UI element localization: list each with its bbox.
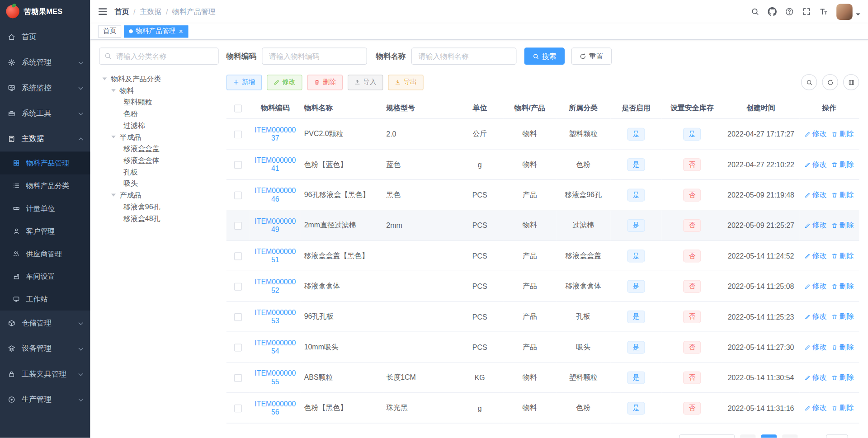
tree-node-leaf[interactable]: 移液盒盒体	[99, 155, 218, 166]
sidebar-item-warehouse-mgmt[interactable]: 仓储管理	[0, 311, 90, 336]
tree-node-leaf[interactable]: 过滤棉	[99, 119, 218, 131]
tree-node-semi-finished[interactable]: 半成品	[99, 131, 218, 143]
page-number-button[interactable]: 1	[761, 434, 777, 438]
user-menu[interactable]	[836, 4, 860, 20]
column-settings-button[interactable]	[843, 74, 859, 90]
add-button[interactable]: 新增	[226, 75, 262, 90]
row-checkbox[interactable]	[234, 222, 242, 230]
item-code-link[interactable]: ITEM00000055	[253, 369, 297, 386]
item-code-link[interactable]: ITEM00000052	[253, 278, 297, 295]
tab-material-product-mgmt[interactable]: 物料产品管理 ×	[124, 25, 188, 38]
sidebar-item-system-mgmt[interactable]: 系统管理	[0, 50, 90, 75]
tree-node-leaf[interactable]: 塑料颗粒	[99, 96, 218, 108]
next-page-button[interactable]	[782, 434, 797, 438]
row-checkbox[interactable]	[234, 344, 242, 351]
item-code-link[interactable]: ITEM00000049	[253, 217, 297, 234]
item-code-link[interactable]: ITEM00000056	[253, 400, 297, 416]
row-edit-link[interactable]: 修改	[805, 190, 827, 200]
select-all-checkbox[interactable]	[234, 104, 242, 112]
row-checkbox[interactable]	[234, 191, 242, 199]
row-delete-link[interactable]: 删除	[832, 372, 854, 382]
row-edit-link[interactable]: 修改	[805, 403, 827, 413]
sidebar-item-equipment-mgmt[interactable]: 设备管理	[0, 336, 90, 361]
item-code-link[interactable]: ITEM00000051	[253, 247, 297, 264]
row-edit-link[interactable]: 修改	[805, 342, 827, 352]
row-checkbox[interactable]	[234, 374, 242, 381]
row-delete-link[interactable]: 删除	[832, 251, 854, 261]
row-edit-link[interactable]: 修改	[805, 160, 827, 170]
row-checkbox[interactable]	[234, 131, 242, 138]
item-code-link[interactable]: ITEM00000053	[253, 308, 297, 325]
sidebar-item-customer-mgmt[interactable]: 客户管理	[0, 220, 90, 242]
sidebar-item-master-data[interactable]: 主数据	[0, 126, 90, 151]
toggle-search-button[interactable]	[801, 74, 817, 90]
sidebar-item-workshop-settings[interactable]: 车间设置	[0, 265, 90, 288]
breadcrumb-master-data[interactable]: 主数据	[140, 7, 161, 17]
tree-node-leaf[interactable]: 移液盒96孔	[99, 201, 218, 212]
row-checkbox[interactable]	[234, 313, 242, 321]
search-button[interactable]: 搜索	[524, 47, 565, 65]
sidebar-item-home[interactable]: 首页	[0, 24, 90, 50]
material-name-input[interactable]	[411, 47, 517, 65]
fullscreen-icon[interactable]	[802, 7, 811, 16]
row-delete-link[interactable]: 删除	[832, 190, 854, 200]
page-size-select[interactable]: 10条/页	[679, 434, 734, 438]
import-button[interactable]: 导入	[348, 75, 383, 90]
row-checkbox[interactable]	[234, 252, 242, 260]
row-delete-link[interactable]: 删除	[832, 342, 854, 352]
material-code-input[interactable]	[262, 47, 367, 65]
sidebar-item-material-product-category[interactable]: 物料产品分类	[0, 174, 90, 197]
caret-down-icon[interactable]	[111, 89, 116, 92]
row-checkbox[interactable]	[234, 161, 242, 169]
caret-down-icon[interactable]	[111, 194, 116, 197]
row-checkbox[interactable]	[234, 405, 242, 412]
github-icon[interactable]	[768, 7, 777, 16]
sidebar-item-unit-of-measure[interactable]: 计量单位	[0, 197, 90, 220]
goto-page-input[interactable]	[826, 434, 848, 438]
user-avatar[interactable]	[836, 4, 853, 20]
close-icon[interactable]: ×	[179, 28, 183, 35]
item-code-link[interactable]: ITEM00000046	[253, 187, 297, 203]
row-delete-link[interactable]: 删除	[832, 160, 854, 170]
tree-node-finished[interactable]: 产成品	[99, 189, 218, 201]
item-code-link[interactable]: ITEM00000041	[253, 156, 297, 173]
sidebar-item-system-monitor[interactable]: 系统监控	[0, 75, 90, 101]
tree-node-leaf[interactable]: 移液盒48孔	[99, 212, 218, 224]
item-code-link[interactable]: ITEM00000037	[253, 126, 297, 142]
caret-down-icon[interactable]	[103, 77, 107, 80]
tree-node-leaf[interactable]: 吸头	[99, 178, 218, 189]
font-size-icon[interactable]	[819, 7, 828, 16]
tree-node-root[interactable]: 物料及产品分类	[99, 73, 218, 85]
edit-button[interactable]: 修改	[267, 75, 302, 90]
reset-button[interactable]: 重置	[571, 47, 612, 65]
tree-node-leaf[interactable]: 孔板	[99, 166, 218, 178]
app-logo[interactable]: 苦糖果MES	[0, 0, 90, 23]
export-button[interactable]: 导出	[388, 75, 423, 90]
sidebar-item-supplier-mgmt[interactable]: 供应商管理	[0, 242, 90, 265]
tree-node-leaf[interactable]: 移液盒盒盖	[99, 143, 218, 155]
row-edit-link[interactable]: 修改	[805, 220, 827, 230]
row-delete-link[interactable]: 删除	[832, 281, 854, 291]
prev-page-button[interactable]	[740, 434, 755, 438]
row-delete-link[interactable]: 删除	[832, 311, 854, 321]
row-delete-link[interactable]: 删除	[832, 220, 854, 230]
row-edit-link[interactable]: 修改	[805, 129, 827, 139]
breadcrumb-home[interactable]: 首页	[114, 7, 129, 17]
row-delete-link[interactable]: 删除	[832, 403, 854, 413]
row-edit-link[interactable]: 修改	[805, 311, 827, 321]
sidebar-item-tooling-fixture-mgmt[interactable]: 工装夹具管理	[0, 362, 90, 387]
caret-down-icon[interactable]	[111, 136, 116, 138]
row-edit-link[interactable]: 修改	[805, 281, 827, 291]
help-icon[interactable]	[785, 7, 794, 16]
row-checkbox[interactable]	[234, 283, 242, 290]
category-search-input[interactable]	[99, 47, 218, 65]
row-edit-link[interactable]: 修改	[805, 372, 827, 382]
row-edit-link[interactable]: 修改	[805, 251, 827, 261]
sidebar-toggle-icon[interactable]	[98, 7, 108, 17]
sidebar-item-workstation[interactable]: 工作站	[0, 288, 90, 311]
tab-home[interactable]: 首页	[98, 25, 121, 38]
search-icon[interactable]	[750, 7, 760, 16]
refresh-button[interactable]	[822, 74, 838, 90]
tree-node-material[interactable]: 物料	[99, 85, 218, 96]
item-code-link[interactable]: ITEM00000054	[253, 339, 297, 355]
